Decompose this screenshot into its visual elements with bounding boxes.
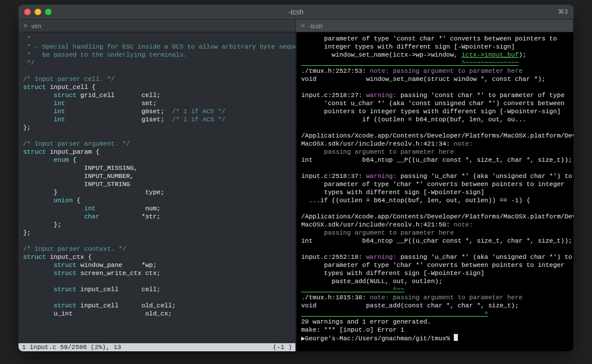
status-left: 1 input.c 59/2586 (2%), 13 <box>22 344 121 351</box>
vim-buffer[interactable]: * * - Special handling for ESC inside a … <box>18 32 295 343</box>
left-pane-vim[interactable]: * * - Special handling for ESC inside a … <box>18 32 295 351</box>
close-icon[interactable] <box>24 9 31 15</box>
terminal-window: -tcsh ⌘3 ✕ vim ✕ -tcsh * * - Special han… <box>18 5 574 351</box>
shell-output[interactable]: parameter of type 'const char *' convert… <box>297 32 574 351</box>
window-title: -tcsh <box>18 8 574 16</box>
shell-prompt[interactable]: ▶George's-Mac:/Users/gnachman/git/tmux% <box>301 335 454 342</box>
right-pane-shell[interactable]: parameter of type 'const char *' convert… <box>297 32 574 351</box>
tab-tcsh[interactable]: ✕ -tcsh <box>296 20 574 32</box>
tab-label: vim <box>31 23 41 29</box>
traffic-lights <box>18 9 51 15</box>
titlebar[interactable]: -tcsh ⌘3 <box>18 5 574 20</box>
minimize-icon[interactable] <box>35 9 41 15</box>
tab-bar: ✕ vim ✕ -tcsh <box>18 20 574 32</box>
vim-statusline: 1 input.c 59/2586 (2%), 13 (-1 ) <box>18 343 295 351</box>
close-icon[interactable]: ✕ <box>301 23 305 29</box>
status-right: (-1 ) <box>273 344 292 351</box>
close-icon[interactable]: ✕ <box>23 23 28 29</box>
maximize-icon[interactable] <box>45 9 51 15</box>
tab-vim[interactable]: ✕ vim <box>18 20 296 32</box>
window-shortcut-hint: ⌘3 <box>558 8 568 16</box>
cursor <box>454 334 458 341</box>
tab-label: -tcsh <box>309 23 323 29</box>
split-panes: * * - Special handling for ESC inside a … <box>18 32 574 351</box>
